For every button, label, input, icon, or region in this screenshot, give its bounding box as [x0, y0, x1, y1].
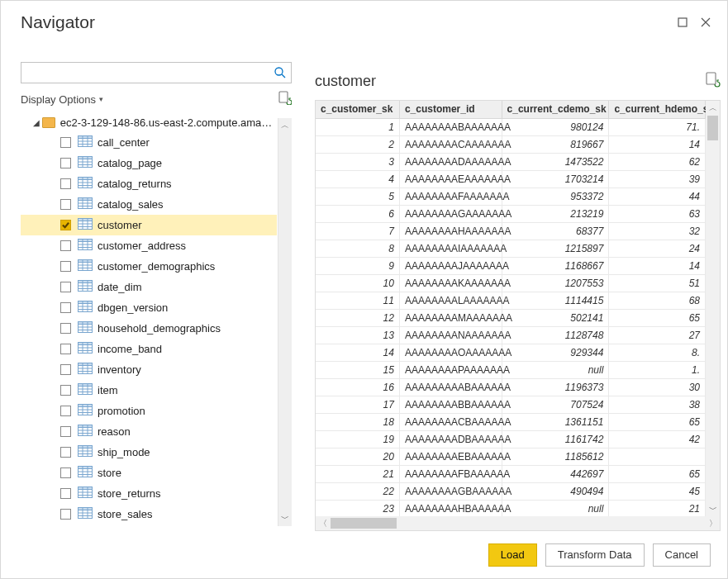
checkbox[interactable]	[60, 488, 71, 499]
checkbox[interactable]	[60, 178, 71, 189]
chevron-down-icon[interactable]: ▾	[99, 95, 103, 103]
checkbox[interactable]	[60, 302, 71, 313]
checkbox[interactable]	[60, 261, 71, 272]
dialog-title: Navigator	[21, 12, 671, 32]
scroll-thumb[interactable]	[707, 116, 718, 140]
table-row[interactable]: 20AAAAAAAAEBAAAAAA1185612	[316, 448, 706, 465]
checkbox[interactable]	[60, 406, 71, 416]
table-row[interactable]: 3AAAAAAAADAAAAAAA147352262	[316, 153, 706, 170]
cell: 1215897	[502, 240, 609, 257]
tree-item[interactable]: income_band	[21, 339, 277, 359]
display-options[interactable]: Display Options	[21, 93, 96, 106]
checkbox[interactable]	[60, 344, 71, 354]
table-row[interactable]: 16AAAAAAAAABAAAAAA119637330	[316, 378, 706, 396]
close-button[interactable]	[694, 11, 717, 34]
tree-item[interactable]: store_sales	[21, 504, 277, 524]
tree-root-node[interactable]: ◢ec2-3-129-148-86.us-east-2.compute.amaz…	[21, 113, 277, 132]
table-row[interactable]: 9AAAAAAAAJAAAAAAA116866714	[316, 257, 706, 274]
checkbox[interactable]	[60, 137, 71, 148]
checkbox[interactable]	[60, 385, 71, 396]
column-header[interactable]: c_current_hdemo_sk	[609, 101, 706, 118]
checkbox[interactable]	[60, 467, 71, 478]
refresh-icon[interactable]	[277, 90, 292, 108]
checkbox[interactable]	[60, 220, 71, 230]
checkbox[interactable]	[60, 509, 71, 520]
cell: 4	[316, 170, 399, 187]
scroll-left-icon[interactable]: 〈	[316, 516, 330, 530]
tree-item[interactable]: customer_address	[21, 235, 277, 256]
table-row[interactable]: 18AAAAAAAACBAAAAAA136115165	[316, 413, 706, 430]
table-row[interactable]: 7AAAAAAAAHAAAAAAA6837732	[316, 222, 706, 240]
svg-rect-71	[79, 363, 93, 366]
load-button[interactable]: Load	[488, 543, 537, 567]
search-icon[interactable]	[272, 64, 288, 81]
table-icon	[78, 218, 98, 232]
table-row[interactable]: 6AAAAAAAAGAAAAAAA21321963	[316, 205, 706, 222]
tree-item[interactable]: reason	[21, 421, 277, 442]
table-row[interactable]: 2AAAAAAAACAAAAAAA81966714	[316, 135, 706, 153]
checkbox[interactable]	[60, 240, 71, 251]
tree-item[interactable]: date_dim	[21, 277, 277, 297]
column-header[interactable]: c_customer_id	[399, 101, 502, 118]
cell: 12	[316, 309, 399, 326]
table-row[interactable]: 10AAAAAAAAKAAAAAAA120755351	[316, 274, 706, 292]
column-header[interactable]: c_customer_sk	[316, 101, 399, 118]
tree-item[interactable]: catalog_sales	[21, 194, 277, 215]
table-row[interactable]: 19AAAAAAAADBAAAAAA116174242	[316, 430, 706, 448]
grid-horizontal-scrollbar[interactable]: 〈 〉	[316, 516, 720, 530]
checkbox[interactable]	[60, 323, 71, 334]
tree-item[interactable]: catalog_page	[21, 153, 277, 173]
checkbox[interactable]	[60, 447, 71, 458]
tree-item[interactable]: store	[21, 463, 277, 483]
table-row[interactable]: 23AAAAAAAAHBAAAAAAnull21	[316, 500, 706, 516]
tree-item[interactable]: inventory	[21, 359, 277, 380]
grid-vertical-scrollbar[interactable]: ︿ ﹀	[706, 101, 720, 516]
tree-item[interactable]: household_demographics	[21, 318, 277, 339]
checkbox[interactable]	[60, 282, 71, 292]
table-row[interactable]: 1AAAAAAAABAAAAAAA98012471.	[316, 118, 706, 135]
cell: AAAAAAAACAAAAAAA	[399, 135, 502, 153]
scroll-down-icon[interactable]: ﹀	[706, 502, 720, 516]
tree-item[interactable]: call_center	[21, 132, 277, 153]
table-row[interactable]: 21AAAAAAAAFBAAAAAA44269765	[316, 465, 706, 482]
tree-item[interactable]: ship_mode	[21, 442, 277, 463]
tree-item[interactable]: customer_demographics	[21, 256, 277, 277]
checkbox[interactable]	[60, 426, 71, 437]
table-row[interactable]: 15AAAAAAAAPAAAAAAAnull1.	[316, 361, 706, 378]
search-input[interactable]	[21, 62, 292, 83]
table-row[interactable]: 17AAAAAAAABBAAAAAA70752438	[316, 396, 706, 413]
add-column-icon[interactable]	[704, 71, 721, 91]
scroll-right-icon[interactable]: 〉	[706, 516, 720, 530]
tree-item[interactable]: customer	[21, 215, 277, 235]
maximize-button[interactable]	[671, 11, 694, 34]
tree-item[interactable]: store_returns	[21, 483, 277, 504]
tree-item[interactable]: item	[21, 380, 277, 401]
collapse-icon[interactable]: ◢	[32, 118, 40, 127]
tree-item[interactable]: dbgen_version	[21, 297, 277, 318]
cancel-button[interactable]: Cancel	[653, 543, 711, 567]
table-row[interactable]: 5AAAAAAAAFAAAAAAA95337244	[316, 187, 706, 205]
table-row[interactable]: 13AAAAAAAANAAAAAAA112874827	[316, 326, 706, 344]
table-row[interactable]: 14AAAAAAAAOAAAAAAA9293448.	[316, 344, 706, 361]
table-row[interactable]: 22AAAAAAAAGBAAAAAA49049445	[316, 482, 706, 500]
cell: AAAAAAAABBAAAAAA	[399, 396, 502, 413]
tree-item[interactable]: promotion	[21, 401, 277, 421]
cell: 213219	[502, 205, 609, 222]
table-row[interactable]: 4AAAAAAAAEAAAAAAA170321439	[316, 170, 706, 187]
column-header[interactable]: c_current_cdemo_sk	[502, 101, 609, 118]
dialog-footer: Load Transform Data Cancel	[1, 531, 727, 578]
table-row[interactable]: 11AAAAAAAALAAAAAAA111441568	[316, 292, 706, 309]
scroll-up-icon[interactable]: ︿	[278, 118, 292, 133]
scroll-thumb[interactable]	[331, 518, 397, 529]
cell: 490494	[502, 482, 609, 500]
checkbox[interactable]	[60, 199, 71, 210]
table-row[interactable]: 12AAAAAAAAMAAAAAAA50214165	[316, 309, 706, 326]
scroll-up-icon[interactable]: ︿	[706, 101, 720, 115]
checkbox[interactable]	[60, 364, 71, 375]
tree-item[interactable]: catalog_returns	[21, 173, 277, 194]
table-row[interactable]: 8AAAAAAAAIAAAAAAA121589724	[316, 240, 706, 257]
checkbox[interactable]	[60, 158, 71, 168]
transform-data-button[interactable]: Transform Data	[545, 543, 645, 567]
tree-scrollbar[interactable]: ︿ ﹀	[278, 118, 292, 526]
scroll-down-icon[interactable]: ﹀	[278, 511, 292, 526]
